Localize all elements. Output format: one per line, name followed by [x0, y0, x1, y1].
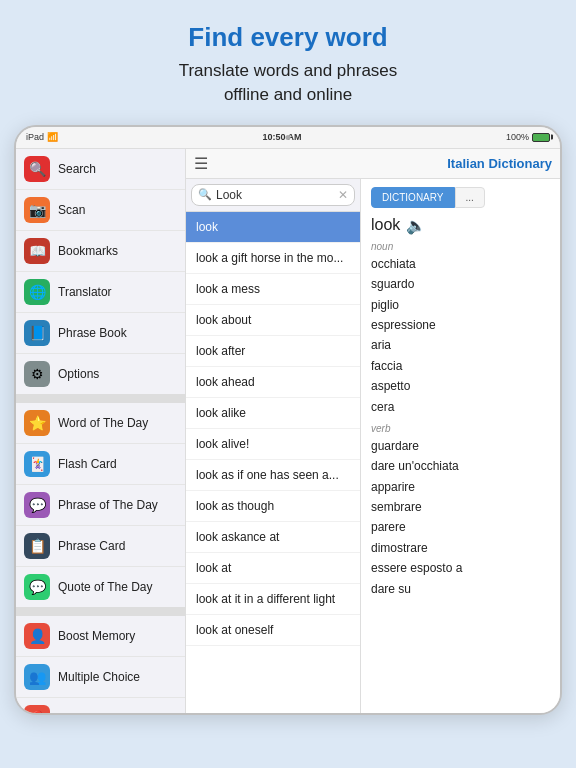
wifi-icon: 📶: [47, 132, 58, 142]
flashcard-icon: 🃏: [24, 451, 50, 477]
sidebar-item-flashcard[interactable]: 🃏 Flash Card: [16, 444, 185, 485]
def-tabs: DICTIONARY ...: [371, 187, 550, 208]
sidebar-group-games: 👤 Boost Memory 👥 Multiple Choice ❓ Guess…: [16, 616, 185, 713]
quoteofday-icon: 💬: [24, 574, 50, 600]
word-item-look-as-though[interactable]: look as though: [186, 491, 360, 522]
sidebar-label-bookmarks: Bookmarks: [58, 244, 118, 258]
sidebar-sep-1: [16, 395, 185, 403]
boostmemory-icon: 👤: [24, 623, 50, 649]
app-title: Find every word: [40, 22, 536, 53]
main-content: ☰ Italian Dictionary 🔍 ✕: [186, 149, 560, 713]
sidebar-label-quoteofday: Quote of The Day: [58, 580, 153, 594]
ipad-device: iPad 📶 10:50 AM 100% 🔍 Search 📷: [14, 125, 562, 715]
word-item-look-ahead[interactable]: look ahead: [186, 367, 360, 398]
def-word-row: look 🔈: [371, 216, 550, 235]
sidebar-item-multiplechoice[interactable]: 👥 Multiple Choice: [16, 657, 185, 698]
device-wrapper: iPad 📶 10:50 AM 100% 🔍 Search 📷: [0, 125, 576, 715]
search-input[interactable]: [216, 188, 334, 202]
sidebar-label-flashcard: Flash Card: [58, 457, 117, 471]
phrasecard-icon: 📋: [24, 533, 50, 559]
ipad-label: iPad: [26, 132, 44, 142]
app-body: 🔍 Search 📷 Scan 📖 Bookmarks 🌐 Translator: [16, 149, 560, 713]
sidebar-item-guessword[interactable]: ❓ Guess Word: [16, 698, 185, 713]
sidebar-item-wordofday[interactable]: ⭐ Word of The Day: [16, 403, 185, 444]
main-header-title: Italian Dictionary: [447, 156, 552, 171]
sidebar-label-wordofday: Word of The Day: [58, 416, 148, 430]
sidebar-label-phrasebook: Phrase Book: [58, 326, 127, 340]
search-bar: 🔍 ✕: [186, 179, 360, 212]
sidebar-label-phrasecard: Phrase Card: [58, 539, 125, 553]
sidebar-group-main: 🔍 Search 📷 Scan 📖 Bookmarks 🌐 Translator: [16, 149, 185, 395]
def-noun-label: noun: [371, 241, 550, 252]
multiplechoice-icon: 👥: [24, 664, 50, 690]
tab-other[interactable]: ...: [455, 187, 485, 208]
def-noun-translations: occhiatasguardopiglioespressioneariafacc…: [371, 254, 550, 417]
word-item-look-gift[interactable]: look a gift horse in the mo...: [186, 243, 360, 274]
word-item-look[interactable]: look: [186, 212, 360, 243]
main-body: 🔍 ✕ look look a gift horse in the mo... …: [186, 179, 560, 713]
sidebar-item-phraseofday[interactable]: 💬 Phrase of The Day: [16, 485, 185, 526]
search-panel: 🔍 ✕ look look a gift horse in the mo... …: [186, 179, 361, 713]
phraseofday-icon: 💬: [24, 492, 50, 518]
word-list: look look a gift horse in the mo... look…: [186, 212, 360, 713]
definition-panel: DICTIONARY ... look 🔈 noun occhiatasguar…: [361, 179, 560, 713]
wordofday-icon: ⭐: [24, 410, 50, 436]
guessword-icon: ❓: [24, 705, 50, 713]
sidebar-item-phrasecard[interactable]: 📋 Phrase Card: [16, 526, 185, 567]
sidebar-label-scan: Scan: [58, 203, 85, 217]
scan-icon: 📷: [24, 197, 50, 223]
sidebar-item-phrasebook[interactable]: 📘 Phrase Book: [16, 313, 185, 354]
hamburger-icon[interactable]: ☰: [194, 154, 208, 173]
sidebar-label-search: Search: [58, 162, 96, 176]
phrasebook-icon: 📘: [24, 320, 50, 346]
status-left: iPad 📶: [26, 132, 58, 142]
top-section: Find every word Translate words and phra…: [0, 0, 576, 125]
search-magnify-icon: 🔍: [198, 188, 212, 201]
battery-icon: [532, 133, 550, 142]
word-item-look-alive[interactable]: look alive!: [186, 429, 360, 460]
sidebar-item-quoteofday[interactable]: 💬 Quote of The Day: [16, 567, 185, 607]
speaker-icon[interactable]: 🔈: [406, 216, 426, 235]
sidebar-item-options[interactable]: ⚙ Options: [16, 354, 185, 394]
search-clear-button[interactable]: ✕: [338, 188, 348, 202]
bookmarks-icon: 📖: [24, 238, 50, 264]
translator-icon: 🌐: [24, 279, 50, 305]
def-word: look: [371, 216, 400, 234]
options-icon: ⚙: [24, 361, 50, 387]
sidebar-item-boostmemory[interactable]: 👤 Boost Memory: [16, 616, 185, 657]
word-item-look-about[interactable]: look about: [186, 305, 360, 336]
camera-dot: [286, 135, 291, 140]
word-item-look-at-oneself[interactable]: look at oneself: [186, 615, 360, 646]
sidebar-sep-2: [16, 608, 185, 616]
sidebar-item-scan[interactable]: 📷 Scan: [16, 190, 185, 231]
sidebar-item-translator[interactable]: 🌐 Translator: [16, 272, 185, 313]
word-item-look-mess[interactable]: look a mess: [186, 274, 360, 305]
sidebar-label-guessword: Guess Word: [58, 711, 124, 713]
sidebar-label-translator: Translator: [58, 285, 112, 299]
word-item-look-as-if[interactable]: look as if one has seen a...: [186, 460, 360, 491]
battery-pct: 100%: [506, 132, 529, 142]
status-time: 10:50 AM: [262, 132, 301, 142]
sidebar-item-bookmarks[interactable]: 📖 Bookmarks: [16, 231, 185, 272]
search-input-wrapper[interactable]: 🔍 ✕: [191, 184, 355, 206]
word-item-look-alike[interactable]: look alike: [186, 398, 360, 429]
word-item-look-at[interactable]: look at: [186, 553, 360, 584]
word-item-look-askance[interactable]: look askance at: [186, 522, 360, 553]
sidebar-label-boostmemory: Boost Memory: [58, 629, 135, 643]
sidebar-label-options: Options: [58, 367, 99, 381]
sidebar-group-daily: ⭐ Word of The Day 🃏 Flash Card 💬 Phrase …: [16, 403, 185, 608]
sidebar-label-multiplechoice: Multiple Choice: [58, 670, 140, 684]
main-header: ☰ Italian Dictionary: [186, 149, 560, 179]
tab-dictionary[interactable]: DICTIONARY: [371, 187, 455, 208]
search-icon: 🔍: [24, 156, 50, 182]
word-item-look-at-different[interactable]: look at it in a different light: [186, 584, 360, 615]
word-item-look-after[interactable]: look after: [186, 336, 360, 367]
status-right: 100%: [506, 132, 550, 142]
sidebar-label-phraseofday: Phrase of The Day: [58, 498, 158, 512]
def-verb-translations: guardaredare un'occhiataappariresembrare…: [371, 436, 550, 599]
sidebar: 🔍 Search 📷 Scan 📖 Bookmarks 🌐 Translator: [16, 149, 186, 713]
app-subtitle: Translate words and phrasesoffline and o…: [40, 59, 536, 107]
def-verb-label: verb: [371, 423, 550, 434]
sidebar-item-search[interactable]: 🔍 Search: [16, 149, 185, 190]
